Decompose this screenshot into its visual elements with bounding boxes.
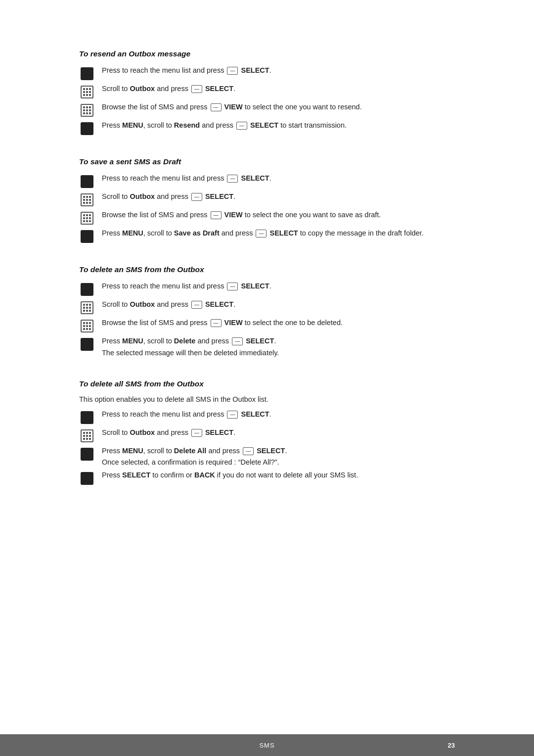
button-icon (256, 230, 267, 237)
step-row: Scroll to Outbox and press SELECT. (79, 84, 455, 100)
step-note: The selected message will then be delete… (102, 348, 455, 359)
steps-list: Press to reach the menu list and press S… (79, 65, 455, 139)
button-icon (227, 67, 238, 75)
step-row: Browse the list of SMS and press VIEW to… (79, 210, 455, 226)
section-title: To save a sent SMS as Draft (79, 157, 455, 166)
step-text: Press to reach the menu list and press S… (102, 281, 455, 292)
footer-bar: SMS 23 (0, 734, 534, 756)
step-row: Press to reach the menu list and press S… (79, 281, 455, 297)
button-icon (236, 122, 247, 130)
square-icon (79, 471, 95, 486)
button-icon (232, 337, 243, 345)
square-icon (79, 121, 95, 137)
grid-icon (79, 192, 95, 208)
step-text: Browse the list of SMS and press VIEW to… (102, 318, 455, 329)
grid-icon (79, 300, 95, 316)
grid-icon (79, 428, 95, 444)
page: To resend an Outbox messagePress to reac… (0, 0, 534, 756)
step-row: Scroll to Outbox and press SELECT. (79, 191, 455, 208)
step-row: Scroll to Outbox and press SELECT. (79, 299, 455, 316)
button-icon (191, 301, 202, 309)
grid-icon (79, 210, 95, 226)
steps-list: Press to reach the menu list and press S… (79, 173, 455, 246)
step-text: Press to reach the menu list and press S… (102, 65, 455, 76)
step-row: Press MENU, scroll to Delete All and pre… (79, 446, 455, 469)
step-text: Press to reach the menu list and press S… (102, 173, 455, 184)
steps-list: Press to reach the menu list and press S… (79, 409, 455, 489)
button-icon (211, 103, 222, 111)
step-text: Scroll to Outbox and press SELECT. (102, 299, 455, 310)
step-text: Press MENU, scroll to Delete and press S… (102, 336, 455, 347)
step-text: Scroll to Outbox and press SELECT. (102, 191, 455, 202)
section-title: To resend an Outbox message (79, 49, 455, 58)
step-row: Press to reach the menu list and press S… (79, 173, 455, 189)
section-delete-one: To delete an SMS from the OutboxPress to… (79, 265, 455, 361)
square-icon (79, 446, 95, 462)
button-icon (211, 319, 222, 327)
button-icon (191, 85, 202, 93)
step-row: Press MENU, scroll to Save as Draft and … (79, 228, 455, 244)
grid-icon (79, 318, 95, 334)
step-row: Press MENU, scroll to Delete and press S… (79, 336, 455, 359)
grid-icon (79, 84, 95, 100)
square-icon (79, 336, 95, 352)
step-text: Scroll to Outbox and press SELECT. (102, 84, 455, 94)
step-row: Scroll to Outbox and press SELECT. (79, 427, 455, 444)
section-title: To delete all SMS from the Outbox (79, 379, 455, 388)
button-icon (243, 447, 254, 455)
step-text: Press to reach the menu list and press S… (102, 409, 455, 420)
button-icon (227, 411, 238, 419)
step-text: Press MENU, scroll to Delete All and pre… (102, 446, 455, 457)
square-icon (79, 410, 95, 425)
step-row: Press MENU, scroll to Resend and press S… (79, 120, 455, 137)
step-note: Once selected, a confirmation is require… (102, 457, 455, 468)
step-text: Press MENU, scroll to Save as Draft and … (102, 228, 455, 239)
step-text: Press MENU, scroll to Resend and press S… (102, 120, 455, 131)
button-icon (227, 283, 238, 290)
button-icon (191, 429, 202, 437)
square-icon (79, 229, 95, 244)
section-delete-all: To delete all SMS from the OutboxThis op… (79, 379, 455, 489)
square-icon (79, 66, 95, 82)
step-row: Press to reach the menu list and press S… (79, 409, 455, 425)
button-icon (211, 211, 222, 219)
step-text: Scroll to Outbox and press SELECT. (102, 427, 455, 438)
button-icon (227, 175, 238, 183)
step-row: Press SELECT to confirm or BACK if you d… (79, 470, 455, 486)
section-desc: This option enables you to delete all SM… (79, 395, 455, 403)
square-icon (79, 282, 95, 297)
section-title: To delete an SMS from the Outbox (79, 265, 455, 274)
step-text: Press SELECT to confirm or BACK if you d… (102, 470, 455, 481)
step-row: Browse the list of SMS and press VIEW to… (79, 102, 455, 118)
square-icon (79, 174, 95, 189)
content-area: To resend an Outbox messagePress to reac… (0, 0, 534, 547)
grid-icon (79, 102, 95, 118)
section-resend-outbox: To resend an Outbox messagePress to reac… (79, 49, 455, 139)
steps-list: Press to reach the menu list and press S… (79, 281, 455, 361)
step-text: Browse the list of SMS and press VIEW to… (102, 102, 455, 113)
section-save-draft: To save a sent SMS as DraftPress to reac… (79, 157, 455, 246)
page-number: 23 (448, 742, 455, 749)
step-row: Press to reach the menu list and press S… (79, 65, 455, 82)
button-icon (191, 193, 202, 201)
step-row: Browse the list of SMS and press VIEW to… (79, 318, 455, 334)
footer-label: SMS (259, 742, 274, 749)
step-text: Browse the list of SMS and press VIEW to… (102, 210, 455, 221)
